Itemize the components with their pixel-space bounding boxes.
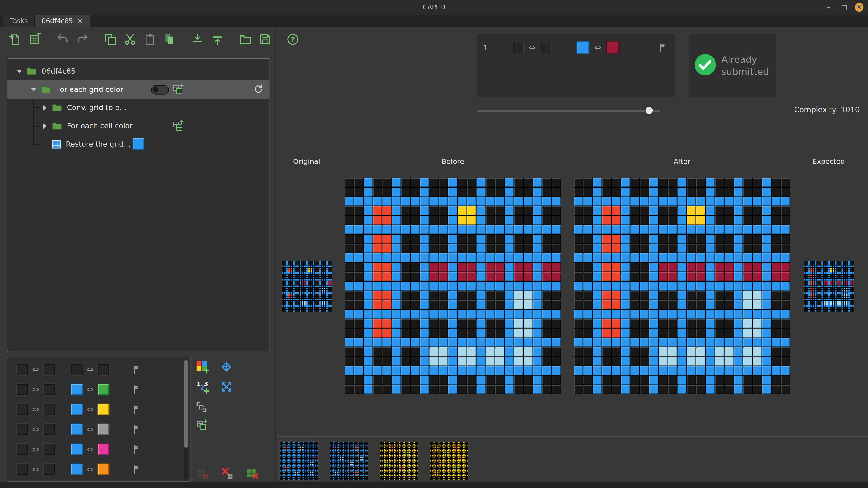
- mapping-left-source-swatch[interactable]: [16, 443, 28, 455]
- mapping-left-source-swatch[interactable]: [16, 403, 28, 416]
- flag-icon[interactable]: [132, 384, 143, 395]
- mapping-left-target-swatch[interactable]: [43, 363, 55, 376]
- mapping-left-target-swatch[interactable]: [43, 423, 55, 435]
- delete-grid-disabled-button[interactable]: [193, 464, 212, 482]
- mapping-left-source-swatch[interactable]: [16, 383, 28, 396]
- tree-node-for-each-grid-color[interactable]: For each grid color: [7, 80, 270, 98]
- tab-tasks[interactable]: Tasks: [3, 15, 35, 27]
- refresh-icon[interactable]: [253, 84, 264, 95]
- minimize-button[interactable]: –: [824, 2, 834, 12]
- copy-button[interactable]: [102, 31, 119, 47]
- tree-node-for-each-cell-color[interactable]: For each cell color: [7, 117, 270, 135]
- rule-left-source-swatch[interactable]: [513, 42, 524, 53]
- rule-left-target-swatch[interactable]: [541, 42, 552, 53]
- mapping-left-target-swatch[interactable]: [43, 463, 55, 475]
- grid-cell: [362, 462, 363, 463]
- mapping-left-target-swatch[interactable]: [43, 383, 55, 396]
- help-button[interactable]: ?: [285, 31, 301, 47]
- chevron-down-icon[interactable]: [15, 69, 24, 73]
- grid-cell: [415, 460, 416, 462]
- add-counter-button[interactable]: 123: [193, 377, 212, 396]
- mapping-target-swatch[interactable]: [97, 363, 110, 376]
- flag-icon[interactable]: [132, 424, 143, 435]
- insert-above-button[interactable]: [189, 31, 206, 47]
- slider-thumb[interactable]: [646, 107, 653, 114]
- swap-grid-button[interactable]: [217, 377, 236, 396]
- example-thumbnail-0[interactable]: [278, 440, 319, 481]
- rule-grid-source-swatch[interactable]: [576, 41, 589, 54]
- mapping-target-swatch[interactable]: [97, 403, 110, 416]
- scrollbar[interactable]: [184, 360, 188, 479]
- example-thumbnail-3[interactable]: [429, 440, 469, 481]
- grid-cell: [382, 474, 383, 475]
- save-button[interactable]: [257, 31, 273, 47]
- remove-output-button[interactable]: [243, 464, 261, 482]
- rule-slider[interactable]: [477, 107, 660, 115]
- grid-cell: [844, 268, 845, 269]
- grid-cell: [844, 281, 845, 283]
- mapping-left-source-swatch[interactable]: [16, 463, 28, 475]
- close-button[interactable]: ×: [855, 3, 864, 11]
- mapping-target-swatch[interactable]: [97, 463, 110, 475]
- mapping-source-swatch[interactable]: [70, 423, 83, 435]
- chevron-down-icon[interactable]: [29, 88, 38, 91]
- mapping-left-target-swatch[interactable]: [43, 443, 55, 455]
- rule-grid-target-swatch[interactable]: [606, 41, 620, 54]
- example-thumbnail-1[interactable]: [328, 440, 369, 481]
- insert-below-button[interactable]: [209, 31, 226, 47]
- flag-icon[interactable]: [132, 464, 143, 475]
- mapping-target-swatch[interactable]: [97, 423, 110, 435]
- copy-subtree-icon[interactable]: [172, 120, 184, 131]
- grid-cell: [841, 261, 843, 263]
- grid-cell: [833, 292, 834, 294]
- grid-cell: [283, 479, 285, 480]
- example-thumbnail-2[interactable]: [379, 440, 420, 481]
- mapping-left-source-swatch[interactable]: [16, 423, 28, 435]
- flag-icon[interactable]: [658, 42, 669, 53]
- grid-cell: [315, 479, 316, 480]
- node-color-swatch[interactable]: [132, 138, 145, 150]
- slider-track[interactable]: [477, 109, 660, 112]
- grid-cell: [310, 467, 311, 468]
- tree-node-conv-grid-to-e[interactable]: Conv. grid to e...: [7, 98, 270, 117]
- maximize-button[interactable]: □: [839, 2, 849, 12]
- scrollbar-thumb[interactable]: [184, 360, 188, 448]
- grid-cell: [326, 261, 328, 263]
- open-button[interactable]: [237, 31, 253, 47]
- mapping-source-swatch[interactable]: [70, 403, 83, 416]
- cut-button[interactable]: [122, 31, 138, 47]
- mapping-source-swatch[interactable]: [70, 363, 83, 376]
- flag-icon[interactable]: [132, 404, 143, 415]
- mapping-source-swatch[interactable]: [70, 443, 83, 455]
- copy-grid-button[interactable]: [192, 416, 211, 434]
- mapping-left-source-swatch[interactable]: [16, 363, 28, 376]
- delete-grid-button[interactable]: [217, 464, 236, 482]
- chevron-right-icon[interactable]: [40, 105, 49, 110]
- copy-subtree-icon[interactable]: [172, 84, 184, 95]
- new-grid-button[interactable]: [27, 31, 43, 47]
- grid-cell: [408, 475, 410, 477]
- grid-cell: [317, 294, 319, 296]
- move-grid-button[interactable]: [217, 357, 236, 376]
- tree-node-restore-the-grid[interactable]: Restore the grid...: [7, 135, 270, 153]
- mapping-left-target-swatch[interactable]: [43, 403, 55, 416]
- mapping-source-swatch[interactable]: [70, 463, 83, 475]
- flag-icon[interactable]: [132, 444, 143, 455]
- mapping-target-swatch[interactable]: [97, 443, 110, 455]
- add-color-grid-button[interactable]: [193, 357, 212, 376]
- flag-icon[interactable]: [132, 364, 143, 375]
- enabled-toggle[interactable]: [151, 85, 169, 95]
- tab-06df4c85[interactable]: 06df4c85×: [35, 15, 90, 27]
- new-task-button[interactable]: [6, 31, 23, 47]
- duplicate-button[interactable]: [162, 31, 178, 47]
- tab-close-icon[interactable]: ×: [77, 17, 83, 25]
- tree-node-06df4c85[interactable]: 06df4c85: [7, 62, 270, 80]
- grid-cell: [412, 464, 413, 465]
- mapping-source-swatch[interactable]: [70, 383, 83, 396]
- grid-cell: [295, 464, 296, 465]
- chevron-right-icon[interactable]: [40, 123, 49, 129]
- crop-grid-button[interactable]: [192, 398, 211, 417]
- grid-cell: [486, 319, 495, 328]
- mapping-target-swatch[interactable]: [97, 383, 110, 396]
- grid-cell: [366, 474, 368, 475]
